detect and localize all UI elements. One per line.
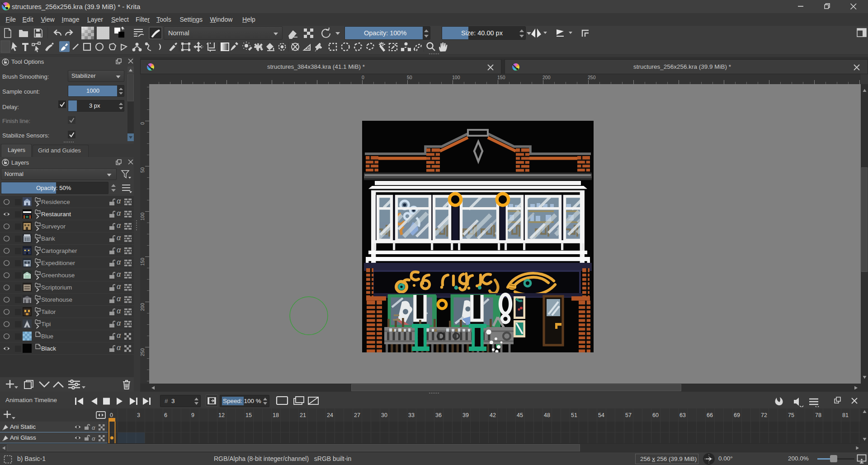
svg-text:33: 33 xyxy=(408,412,415,418)
svg-text:α: α xyxy=(92,435,95,442)
svg-text:66: 66 xyxy=(707,412,713,418)
svg-text:57: 57 xyxy=(625,412,632,418)
svg-text:0: 0 xyxy=(362,75,364,80)
svg-text:81: 81 xyxy=(842,412,849,418)
svg-text:48: 48 xyxy=(544,412,550,418)
svg-text:15: 15 xyxy=(245,412,252,418)
svg-text:24: 24 xyxy=(327,412,333,418)
svg-text:α: α xyxy=(92,424,95,431)
svg-text:21: 21 xyxy=(300,412,306,418)
svg-text:100: 100 xyxy=(452,75,460,80)
svg-text:6: 6 xyxy=(164,412,167,418)
svg-text:0: 0 xyxy=(110,412,113,418)
svg-text:3: 3 xyxy=(137,412,140,418)
svg-text:200: 200 xyxy=(140,303,145,311)
svg-text:75: 75 xyxy=(788,412,794,418)
svg-text:12: 12 xyxy=(218,412,225,418)
svg-text:78: 78 xyxy=(815,412,821,418)
svg-text:69: 69 xyxy=(734,412,740,418)
svg-text:42: 42 xyxy=(490,412,496,418)
svg-text:0: 0 xyxy=(140,122,145,125)
svg-text:250: 250 xyxy=(588,75,596,80)
svg-text:50: 50 xyxy=(407,75,412,80)
svg-text:200: 200 xyxy=(542,75,551,80)
svg-text:60: 60 xyxy=(652,412,659,418)
svg-text:100: 100 xyxy=(140,213,145,221)
svg-text:30: 30 xyxy=(381,412,387,418)
svg-text:36: 36 xyxy=(435,412,442,418)
svg-text:39: 39 xyxy=(462,412,469,418)
svg-text:50: 50 xyxy=(140,167,145,173)
svg-text:250: 250 xyxy=(140,348,145,356)
svg-text:150: 150 xyxy=(140,258,145,266)
svg-text:63: 63 xyxy=(679,412,686,418)
svg-text:45: 45 xyxy=(517,412,523,418)
svg-text:72: 72 xyxy=(761,412,767,418)
svg-text:150: 150 xyxy=(497,75,505,80)
svg-text:27: 27 xyxy=(354,412,360,418)
svg-text:18: 18 xyxy=(273,412,279,418)
svg-text:9: 9 xyxy=(191,412,194,418)
svg-text:51: 51 xyxy=(571,412,577,418)
svg-text:54: 54 xyxy=(598,412,604,418)
